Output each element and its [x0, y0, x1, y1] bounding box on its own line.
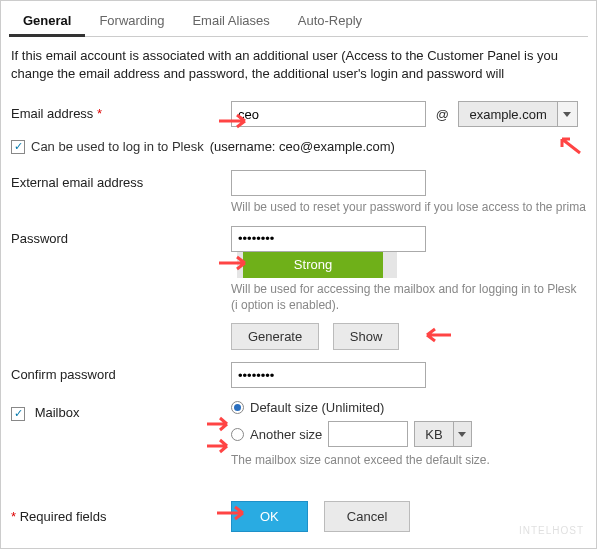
intro-text: If this email account is associated with…	[11, 47, 586, 83]
radio-default-label: Default size (Unlimited)	[250, 400, 384, 415]
radio-another-label: Another size	[250, 427, 322, 442]
at-symbol: @	[436, 103, 449, 122]
tab-forwarding[interactable]: Forwarding	[85, 7, 178, 36]
hint-external: Will be used to reset your password if y…	[231, 200, 586, 216]
tab-email-aliases[interactable]: Email Aliases	[178, 7, 283, 36]
mailbox-checkbox[interactable]: ✓	[11, 407, 25, 421]
ok-button[interactable]: OK	[231, 501, 308, 532]
label-external-email: External email address	[11, 170, 231, 190]
strength-meter: Strong	[237, 252, 397, 278]
required-note: * Required fields	[11, 509, 231, 524]
cancel-button[interactable]: Cancel	[324, 501, 410, 532]
label-confirm-password: Confirm password	[11, 362, 231, 382]
chevron-down-icon	[458, 432, 466, 437]
confirm-password-input[interactable]	[231, 362, 426, 388]
domain-select[interactable]: example.com	[458, 101, 577, 127]
radio-another-size[interactable]	[231, 428, 244, 441]
radio-default-size[interactable]	[231, 401, 244, 414]
label-email: Email address *	[11, 101, 231, 121]
label-password: Password	[11, 226, 231, 246]
domain-dropdown-button[interactable]	[557, 102, 577, 126]
size-unit-select[interactable]: KB	[414, 421, 471, 447]
email-local-input[interactable]	[231, 101, 426, 127]
tab-auto-reply[interactable]: Auto-Reply	[284, 7, 376, 36]
login-username: (username: ceo@example.com)	[210, 139, 395, 154]
chevron-down-icon	[563, 112, 571, 117]
size-input[interactable]	[328, 421, 408, 447]
password-input[interactable]	[231, 226, 426, 252]
domain-value: example.com	[459, 107, 556, 122]
generate-button[interactable]: Generate	[231, 323, 319, 350]
size-unit-value: KB	[415, 427, 452, 442]
hint-password: Will be used for accessing the mailbox a…	[231, 282, 586, 313]
can-login-checkbox[interactable]: ✓	[11, 140, 25, 154]
hint-mailbox: The mailbox size cannot exceed the defau…	[231, 453, 586, 469]
size-unit-dropdown-button[interactable]	[453, 422, 471, 446]
strength-value: Strong	[243, 252, 383, 278]
external-email-input[interactable]	[231, 170, 426, 196]
label-can-login: Can be used to log in to Plesk	[31, 139, 204, 154]
show-button[interactable]: Show	[333, 323, 400, 350]
label-mailbox: ✓ Mailbox	[11, 400, 231, 421]
watermark: INTELHOST	[519, 525, 584, 536]
tabs: General Forwarding Email Aliases Auto-Re…	[9, 7, 588, 37]
tab-general[interactable]: General	[9, 7, 85, 37]
